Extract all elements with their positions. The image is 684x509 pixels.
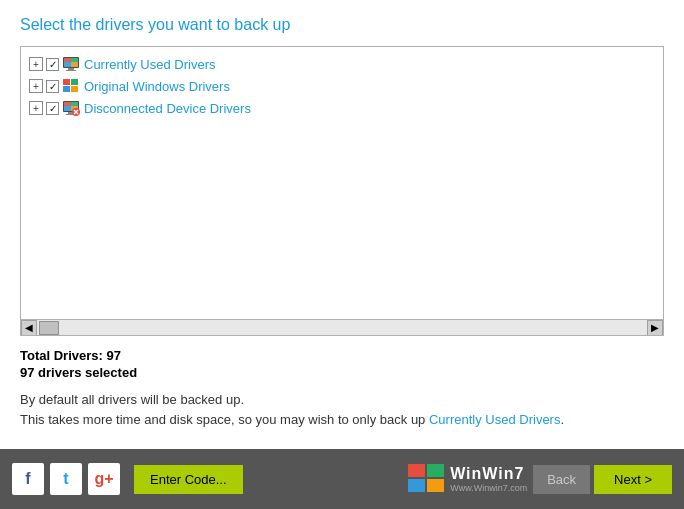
nav-buttons: Back Next > bbox=[533, 465, 672, 494]
disconnected-icon bbox=[62, 99, 80, 117]
svg-rect-6 bbox=[68, 68, 74, 70]
svg-rect-14 bbox=[64, 102, 71, 106]
footer-logo: WinWin7 Www.Winwin7.com bbox=[408, 464, 527, 494]
svg-rect-16 bbox=[64, 106, 71, 111]
windows-logo-icon bbox=[408, 464, 446, 494]
scroll-left-btn[interactable]: ◀ bbox=[21, 320, 37, 336]
svg-rect-23 bbox=[408, 464, 425, 477]
svg-rect-10 bbox=[63, 86, 70, 92]
original-windows-icon bbox=[62, 77, 80, 95]
back-button[interactable]: Back bbox=[533, 465, 590, 494]
svg-rect-5 bbox=[71, 62, 78, 67]
drivers-selected-text: 97 drivers selected bbox=[20, 365, 664, 380]
svg-rect-4 bbox=[64, 62, 71, 67]
disconnected-label: Disconnected Device Drivers bbox=[84, 101, 251, 116]
facebook-icon: f bbox=[25, 470, 30, 488]
desc-line2-pre: This takes more time and disk space, so … bbox=[20, 412, 429, 427]
winwin-brand: WinWin7 bbox=[450, 465, 524, 483]
svg-rect-7 bbox=[66, 70, 76, 71]
svg-rect-15 bbox=[71, 102, 78, 106]
original-windows-label: Original Windows Drivers bbox=[84, 79, 230, 94]
svg-rect-8 bbox=[63, 79, 70, 85]
expand-disconnected[interactable]: + bbox=[29, 101, 43, 115]
scroll-right-btn[interactable]: ▶ bbox=[647, 320, 663, 336]
next-button[interactable]: Next > bbox=[594, 465, 672, 494]
check-mark-2: ✓ bbox=[49, 81, 57, 92]
desc-line1: By default all drivers will be backed up… bbox=[20, 392, 244, 407]
checkbox-disconnected[interactable]: ✓ bbox=[46, 102, 59, 115]
twitter-button[interactable]: t bbox=[50, 463, 82, 495]
total-drivers-text: Total Drivers: 97 bbox=[20, 348, 664, 363]
facebook-button[interactable]: f bbox=[12, 463, 44, 495]
svg-rect-24 bbox=[427, 464, 444, 477]
currently-used-link[interactable]: Currently Used Drivers bbox=[429, 412, 560, 427]
check-mark: ✓ bbox=[49, 59, 57, 70]
footer-bar: f t g+ Enter Code... WinWin7 Www.Winwin7… bbox=[0, 449, 684, 509]
check-mark-3: ✓ bbox=[49, 103, 57, 114]
tree-inner: + ✓ Cur bbox=[21, 47, 663, 125]
main-content: Select the drivers you want to back up +… bbox=[0, 0, 684, 449]
svg-rect-26 bbox=[427, 479, 444, 492]
svg-rect-2 bbox=[64, 58, 71, 62]
page-title: Select the drivers you want to back up bbox=[20, 16, 664, 34]
currently-used-icon bbox=[62, 55, 80, 73]
tree-item-currently-used[interactable]: + ✓ Cur bbox=[25, 53, 659, 75]
watermark-text: Www.Winwin7.com bbox=[450, 483, 527, 493]
svg-rect-9 bbox=[71, 79, 78, 85]
expand-currently-used[interactable]: + bbox=[29, 57, 43, 71]
footer-right: WinWin7 Www.Winwin7.com Back Next > bbox=[408, 464, 672, 494]
tree-item-original-windows[interactable]: + ✓ Original Windows Drivers bbox=[25, 75, 659, 97]
footer-left: f t g+ Enter Code... bbox=[12, 463, 243, 495]
checkbox-currently-used[interactable]: ✓ bbox=[46, 58, 59, 71]
svg-rect-11 bbox=[71, 86, 78, 92]
checkbox-original-windows[interactable]: ✓ bbox=[46, 80, 59, 93]
tree-item-disconnected[interactable]: + ✓ bbox=[25, 97, 659, 119]
scroll-track[interactable] bbox=[37, 320, 647, 335]
svg-rect-25 bbox=[408, 479, 425, 492]
google-icon: g+ bbox=[94, 470, 113, 488]
info-section: Total Drivers: 97 97 drivers selected By… bbox=[20, 336, 664, 437]
enter-code-button[interactable]: Enter Code... bbox=[134, 465, 243, 494]
scroll-thumb[interactable] bbox=[39, 321, 59, 335]
svg-rect-3 bbox=[71, 58, 78, 62]
horizontal-scrollbar[interactable]: ◀ ▶ bbox=[21, 319, 663, 335]
twitter-icon: t bbox=[63, 470, 68, 488]
tree-container: + ✓ Cur bbox=[20, 46, 664, 336]
description-text: By default all drivers will be backed up… bbox=[20, 390, 664, 429]
currently-used-label: Currently Used Drivers bbox=[84, 57, 215, 72]
desc-line2-post: . bbox=[560, 412, 564, 427]
expand-original-windows[interactable]: + bbox=[29, 79, 43, 93]
google-button[interactable]: g+ bbox=[88, 463, 120, 495]
